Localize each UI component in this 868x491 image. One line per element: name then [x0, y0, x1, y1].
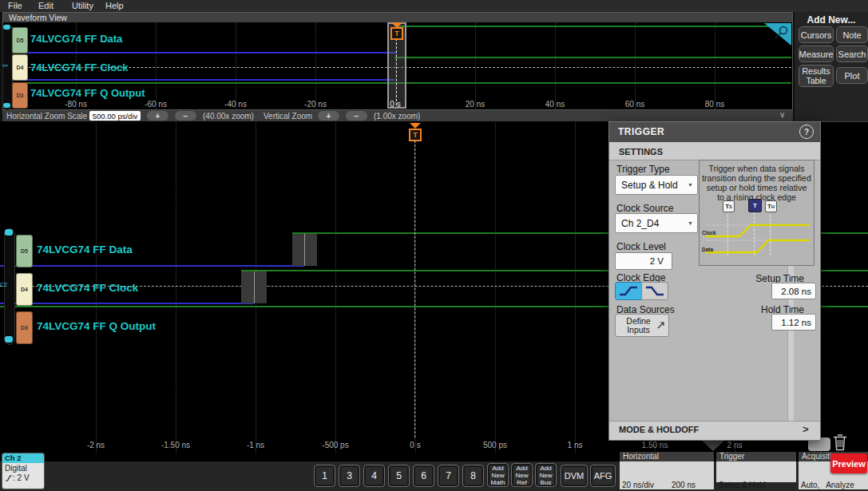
menu-edit[interactable]: Edit — [38, 1, 54, 10]
waveform-view-header[interactable] — [3, 13, 792, 22]
trash-icon[interactable] — [832, 433, 848, 452]
gridline — [555, 23, 556, 109]
h-zoom-out-button[interactable]: − — [175, 111, 196, 121]
axis-label: -1.50 ns — [152, 441, 200, 449]
axis-label: -2 ns — [72, 441, 120, 449]
collapse-chevron-icon[interactable]: ∨ — [779, 110, 785, 119]
menu-help[interactable]: Help — [105, 1, 124, 10]
hold-time-field[interactable]: 1.12 ns — [771, 314, 816, 331]
trigger-type-dropdown[interactable]: Setup & Hold ▼ — [615, 175, 698, 195]
data-signal-low — [0, 265, 304, 267]
group-expand-icon[interactable]: <> — [2, 63, 8, 68]
trigger-position-line — [414, 141, 415, 438]
channel-5-button[interactable]: 5 — [388, 465, 410, 487]
measure-button[interactable]: Measure — [799, 46, 834, 62]
trigger-section[interactable]: Trigger Setup & Hold S: 2.08 ns H: 1.12 … — [716, 452, 796, 482]
clock-source-dropdown[interactable]: Ch 2_D4 ▼ — [615, 213, 698, 233]
channel-4-button[interactable]: 4 — [363, 465, 385, 487]
menu-file[interactable]: File — [8, 1, 22, 10]
gridline — [575, 122, 576, 453]
signal-label-qoutput[interactable]: 74LVCG74 FF Q Output — [37, 320, 156, 332]
signal-label-clock[interactable]: 74LVCG74 FF Clock — [37, 282, 138, 294]
h-zoom-in-button[interactable]: + — [147, 111, 168, 121]
clock-level-label: Clock Level — [616, 241, 666, 252]
data-signal-high — [397, 26, 791, 27]
signal-label-clock[interactable]: 74LVCG74 FF Clock — [30, 61, 129, 73]
gridline — [335, 122, 336, 453]
group-source-label: C2 — [0, 282, 7, 287]
clock-source-value: Ch 2_D4 — [616, 218, 659, 229]
add-new-ref-button[interactable]: Add New Ref — [511, 463, 533, 487]
axis-label: -1 ns — [232, 441, 279, 449]
channel-7-button[interactable]: 7 — [438, 465, 459, 487]
plot-button[interactable]: Plot — [836, 67, 868, 84]
clock-level-value: 2 V — [650, 256, 672, 266]
horizontal-section[interactable]: Horizontal 20 ns/div200 ns SR: 6.25 GS/s… — [620, 452, 714, 489]
rising-edge-icon — [5, 474, 13, 482]
trigger-flag[interactable]: T — [390, 27, 403, 40]
trigger-type-value: Setup & Hold — [616, 180, 678, 191]
channel2-level: : 2 V — [13, 473, 30, 482]
gridline — [415, 122, 416, 453]
help-icon[interactable]: ? — [799, 125, 814, 139]
channel-badge-d4[interactable]: D4 — [12, 54, 28, 81]
trigger-type: Setup & Hold — [719, 481, 794, 490]
channel-1-button[interactable]: 1 — [314, 465, 335, 487]
channel2-badge[interactable]: Ch 2 Digital : 2 V — [2, 453, 45, 489]
preview-button[interactable]: Preview — [830, 453, 867, 473]
add-new-title: Add New... — [795, 14, 868, 26]
axis-label: -80 ns — [52, 100, 100, 109]
h-zoom-factor: (40.00x zoom) — [203, 112, 254, 121]
gridline — [475, 23, 476, 109]
search-button[interactable]: Search — [836, 46, 868, 62]
clock-transition-edge — [254, 271, 255, 303]
falling-edge-button[interactable] — [641, 282, 668, 300]
add-new-math-button[interactable]: Add New Math — [487, 463, 509, 487]
gridline — [635, 23, 636, 109]
h-zoom-scale-input[interactable]: 500.00 ps/div — [89, 111, 141, 121]
signal-label-data[interactable]: 74LVCG74 FF Data — [37, 244, 133, 255]
trigger-section-title: Trigger — [716, 452, 796, 461]
channel-badge-d3[interactable]: D3 — [16, 311, 33, 344]
dropdown-arrow-icon: ▼ — [688, 220, 693, 226]
trigger-panel-title: TRIGGER — [618, 126, 664, 137]
trigger-flag[interactable]: T — [409, 129, 422, 141]
marker-text: T — [753, 202, 757, 209]
channel-8-button[interactable]: 8 — [462, 465, 484, 487]
signal-label-qoutput[interactable]: 74LVCG74 FF Q Output — [30, 87, 145, 99]
afg-button[interactable]: AFG — [590, 465, 616, 487]
add-new-bus-button[interactable]: Add New Bus — [535, 463, 557, 487]
channel-6-button[interactable]: 6 — [413, 465, 434, 487]
dvm-button[interactable]: DVM — [561, 465, 588, 487]
rising-edge-button[interactable] — [615, 282, 642, 300]
marker-sub: S — [729, 204, 732, 209]
note-button[interactable]: Note — [836, 26, 868, 43]
signal-label-data[interactable]: 74LVCG74 FF Data — [30, 33, 122, 45]
v-zoom-in-button[interactable]: + — [318, 111, 339, 121]
channel-badge-d5[interactable]: D5 — [12, 27, 28, 53]
axis-label: 0 s — [371, 100, 419, 109]
cursors-button[interactable]: Cursors — [799, 26, 834, 43]
expand-icon — [657, 322, 664, 329]
trigger-position-line — [396, 38, 397, 105]
setup-time-field[interactable]: 2.08 ns — [771, 283, 816, 299]
acquisition-section[interactable]: Acquisition Auto, Analyze High Res: 12 b… — [799, 452, 825, 489]
define-inputs-button[interactable]: Define Inputs — [615, 314, 669, 337]
gridline — [715, 23, 715, 109]
clock-level-field[interactable]: 2 V — [615, 252, 672, 270]
draw-zoom-corner-icon[interactable] — [764, 23, 791, 46]
chevron-right-icon[interactable]: > — [803, 423, 809, 435]
clock-signal-low — [13, 79, 394, 81]
channel-3-button[interactable]: 3 — [339, 465, 360, 487]
menu-utility[interactable]: Utility — [72, 1, 93, 10]
channel-badge-d4[interactable]: D4 — [16, 273, 33, 306]
v-zoom-out-button[interactable]: − — [346, 111, 367, 121]
channel-badge-d5[interactable]: D5 — [16, 235, 33, 267]
gridline — [315, 23, 316, 109]
channel-badge-d3[interactable]: D3 — [12, 82, 28, 109]
rising-edge-icon — [617, 284, 640, 298]
axis-label: 80 ns — [691, 100, 739, 109]
acq-mode: Auto, Analyze — [801, 481, 866, 490]
gridline — [176, 122, 176, 453]
results-table-button[interactable]: Results Table — [799, 65, 834, 87]
